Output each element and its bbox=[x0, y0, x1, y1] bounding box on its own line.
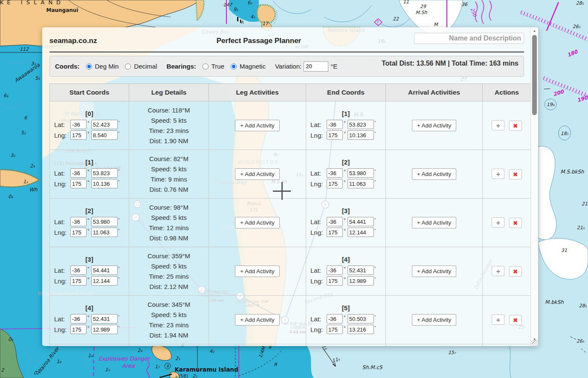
end-lng-deg-input[interactable] bbox=[327, 228, 343, 237]
map-label: 4₂ bbox=[209, 349, 214, 354]
leg-course: Course: 345°M bbox=[129, 300, 209, 310]
map-label: R bbox=[274, 362, 277, 367]
delete-leg-button[interactable]: ✖ bbox=[509, 169, 522, 179]
end-lng-deg-input[interactable] bbox=[327, 325, 343, 334]
leg-dist: Dist: 0.98 NM bbox=[129, 233, 209, 243]
add-leg-activity-button[interactable]: + Add Activity bbox=[235, 314, 280, 326]
end-lat-min-input[interactable] bbox=[348, 265, 374, 275]
leg-course: Course: 98°M bbox=[129, 202, 209, 213]
table-row: [3] Lat: ° ' Lng: ° ' Course: 359°M Spee… bbox=[50, 247, 531, 296]
end-lng-min-input[interactable] bbox=[348, 276, 374, 286]
map-label: F bbox=[377, 20, 379, 24]
end-lng-min-input[interactable] bbox=[348, 325, 374, 334]
add-arrival-activity-button[interactable]: + Add Activity bbox=[412, 314, 457, 326]
start-lng-deg-input[interactable] bbox=[70, 130, 87, 140]
add-leg-activity-button[interactable]: + Add Activity bbox=[235, 168, 280, 180]
header-actions: Actions bbox=[483, 84, 531, 101]
map-label: KE bbox=[0, 0, 14, 6]
start-lng-deg-input[interactable] bbox=[70, 179, 87, 188]
add-arrival-activity-button[interactable]: + Add Activity bbox=[412, 217, 457, 228]
end-coords-cell: [2] Lat: ° ' Lng: ° ' bbox=[306, 150, 386, 199]
delete-leg-button[interactable]: ✖ bbox=[509, 218, 522, 228]
minute-symbol: ' bbox=[119, 325, 119, 331]
split-leg-button[interactable]: ÷ bbox=[492, 217, 504, 228]
start-lat-min-input[interactable] bbox=[91, 314, 118, 323]
add-leg-activity-button[interactable]: + Add Activity bbox=[235, 265, 280, 277]
start-lat-deg-input[interactable] bbox=[70, 314, 87, 323]
lng-label: Lng: bbox=[310, 277, 327, 285]
split-leg-button[interactable]: ÷ bbox=[492, 266, 504, 276]
end-lat-min-input[interactable] bbox=[348, 217, 374, 226]
end-lng-deg-input[interactable] bbox=[327, 130, 343, 140]
start-lng-min-input[interactable] bbox=[91, 228, 118, 237]
delete-leg-button[interactable]: ✖ bbox=[509, 266, 522, 277]
start-lng-min-input[interactable] bbox=[91, 179, 118, 188]
name-description-input[interactable] bbox=[414, 33, 524, 44]
resize-grip[interactable] bbox=[532, 340, 538, 346]
start-lng-min-input[interactable] bbox=[91, 325, 118, 334]
split-leg-button[interactable]: ÷ bbox=[492, 120, 504, 130]
start-lng-min-input[interactable] bbox=[91, 130, 118, 140]
end-lat-deg-input[interactable] bbox=[327, 217, 343, 226]
degree-symbol: ° bbox=[87, 266, 90, 272]
end-lat-deg-input[interactable] bbox=[327, 120, 343, 129]
map-label: M.S.bkSh bbox=[560, 169, 584, 175]
degree-symbol: ° bbox=[344, 120, 346, 126]
split-leg-button[interactable]: ÷ bbox=[492, 169, 504, 179]
end-lat-deg-input[interactable] bbox=[327, 265, 343, 275]
delete-leg-button[interactable]: ✖ bbox=[509, 121, 522, 131]
end-lat-min-input[interactable] bbox=[348, 168, 374, 178]
end-lng-min-input[interactable] bbox=[348, 228, 374, 237]
end-lng-min-input[interactable] bbox=[348, 179, 374, 188]
scrollbar-up-icon[interactable]: ▲ bbox=[531, 29, 538, 34]
add-leg-activity-button[interactable]: + Add Activity bbox=[235, 217, 280, 228]
deg-min-radio[interactable] bbox=[86, 63, 92, 69]
map-label: (58) bbox=[179, 373, 188, 378]
end-lng-deg-input[interactable] bbox=[327, 179, 343, 188]
table-row: [0] Lat: ° ' Lng: ° ' Course: 118°M Spee… bbox=[50, 101, 531, 150]
lng-label: Lng: bbox=[310, 326, 327, 333]
start-lng-deg-input[interactable] bbox=[70, 228, 87, 237]
start-lng-deg-input[interactable] bbox=[70, 276, 87, 286]
add-arrival-activity-button[interactable]: + Add Activity bbox=[412, 168, 457, 180]
leg-time: Time: 23 mins bbox=[129, 320, 209, 330]
start-lng-deg-input[interactable] bbox=[70, 325, 87, 334]
start-lat-min-input[interactable] bbox=[91, 265, 118, 275]
start-lat-min-input[interactable] bbox=[91, 120, 118, 129]
start-lat-min-input[interactable] bbox=[91, 217, 118, 226]
start-lat-deg-input[interactable] bbox=[70, 265, 87, 275]
true-radio[interactable] bbox=[203, 63, 209, 69]
add-arrival-activity-button[interactable]: + Add Activity bbox=[412, 265, 457, 277]
bearings-label: Bearings: bbox=[167, 63, 196, 70]
dialog-scrollbar[interactable]: ▲ ▼ bbox=[530, 27, 538, 346]
start-coords-cell: [4] Lat: ° ' Lng: ° ' bbox=[50, 296, 129, 344]
map-label: 2₁ bbox=[175, 356, 180, 361]
end-lng-min-input[interactable] bbox=[348, 130, 374, 140]
delete-leg-button[interactable]: ✖ bbox=[509, 315, 522, 325]
start-lat-deg-input[interactable] bbox=[70, 120, 87, 129]
end-lat-deg-input[interactable] bbox=[327, 314, 343, 323]
start-lat-min-input[interactable] bbox=[91, 168, 118, 178]
variation-input[interactable] bbox=[304, 61, 328, 72]
scrollbar-thumb[interactable] bbox=[532, 35, 537, 115]
start-lng-min-input[interactable] bbox=[91, 276, 118, 286]
end-lat-min-input[interactable] bbox=[348, 120, 374, 129]
decimal-radio[interactable] bbox=[125, 63, 131, 69]
end-lat-deg-input[interactable] bbox=[327, 168, 343, 178]
actions-cell: ÷ ✖ bbox=[483, 199, 531, 247]
start-lat-deg-input[interactable] bbox=[70, 217, 87, 226]
leg-details-cell: Course: 82°M Speed: 5 kts Time: 9 mins D… bbox=[129, 150, 209, 199]
brand-logo: seamap.co.nz bbox=[49, 33, 97, 45]
magnetic-radio[interactable] bbox=[231, 63, 237, 69]
add-arrival-activity-button[interactable]: + Add Activity bbox=[412, 120, 457, 131]
map-label: 18₅ bbox=[561, 131, 569, 136]
add-leg-activity-button[interactable]: + Add Activity bbox=[235, 120, 280, 131]
minute-symbol: ' bbox=[375, 325, 376, 331]
split-leg-button[interactable]: ÷ bbox=[492, 315, 504, 325]
arrival-activities-cell: + Add Activity bbox=[386, 199, 483, 247]
map-label: Karamuramu Island bbox=[174, 366, 238, 373]
lng-label: Lng: bbox=[54, 229, 70, 236]
end-lat-min-input[interactable] bbox=[348, 314, 374, 323]
start-lat-deg-input[interactable] bbox=[70, 168, 87, 178]
end-lng-deg-input[interactable] bbox=[327, 276, 343, 286]
